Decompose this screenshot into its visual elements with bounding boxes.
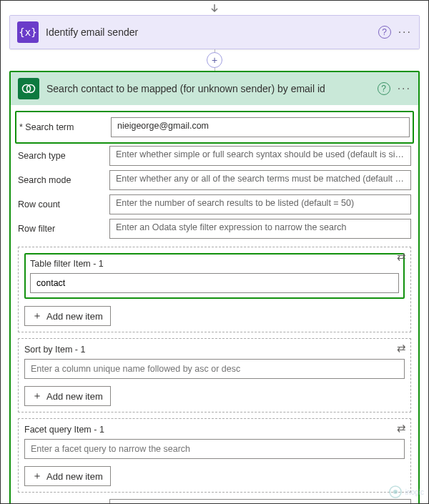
search-mode-input[interactable]: Enter whether any or all of the search t… xyxy=(109,170,411,190)
sort-by-block: ⇄ Sort by Item - 1 ＋ Add new item xyxy=(18,338,411,412)
field-row-count: Row count Enter the number of search res… xyxy=(18,192,411,217)
plus-icon: ＋ xyxy=(32,390,42,402)
add-facet-item[interactable]: ＋ Add new item xyxy=(24,466,111,486)
table-filter-input[interactable] xyxy=(30,273,399,293)
facet-input[interactable] xyxy=(24,439,405,459)
search-type-input[interactable]: Enter whether simple or full search synt… xyxy=(109,146,411,166)
step2-title: Search contact to be mapped (for unknown… xyxy=(46,83,370,94)
switch-to-array-icon[interactable]: ⇄ xyxy=(397,250,406,263)
more-menu[interactable]: ··· xyxy=(398,84,411,93)
flow-arrow-in xyxy=(9,4,420,15)
field-skip-rows: Skip rows Enter the number of search res… xyxy=(18,497,411,504)
sort-by-title: Sort by Item - 1 xyxy=(24,345,405,355)
field-row-filter: Row filter Enter an Odata style filter e… xyxy=(18,217,411,241)
plus-icon: ＋ xyxy=(32,470,42,483)
skip-rows-input[interactable]: Enter the number of search results to be… xyxy=(109,499,411,504)
facet-query-block: ⇄ Facet query Item - 1 ＋ Add new item xyxy=(18,418,411,493)
help-icon[interactable]: ? xyxy=(378,82,390,95)
add-step-button[interactable]: + xyxy=(207,52,222,68)
row-filter-input[interactable]: Enter an Odata style filter expression t… xyxy=(109,219,411,239)
more-menu[interactable]: ··· xyxy=(398,28,412,36)
facet-title: Facet query Item - 1 xyxy=(24,425,405,435)
add-table-filter-item[interactable]: ＋ Add new item xyxy=(24,306,111,326)
field-search-mode: Search mode Enter whether any or all of … xyxy=(18,168,411,192)
sort-by-input[interactable] xyxy=(24,359,405,379)
step1-title: Identify email sender xyxy=(46,26,371,38)
step-identify-email-sender[interactable]: {x} Identify email sender ? ··· xyxy=(9,15,420,49)
table-filter-title: Table filter Item - 1 xyxy=(30,259,399,269)
field-search-term: * Search term nieigeorge@gmail.com xyxy=(19,115,410,139)
switch-to-array-icon[interactable]: ⇄ xyxy=(397,342,406,355)
field-search-type: Search type Enter whether simple or full… xyxy=(18,144,411,168)
search-term-input[interactable]: nieigeorge@gmail.com xyxy=(111,117,410,137)
step-search-contact[interactable]: Search contact to be mapped (for unknown… xyxy=(9,71,420,504)
row-count-input[interactable]: Enter the number of search results to be… xyxy=(109,194,411,214)
variable-icon: {x} xyxy=(17,21,39,43)
help-icon[interactable]: ? xyxy=(378,26,391,39)
plus-icon: ＋ xyxy=(32,310,42,322)
dataverse-icon xyxy=(18,78,39,99)
table-filter-block: ⇄ Table filter Item - 1 ＋ Add new item xyxy=(18,247,411,332)
switch-to-array-icon[interactable]: ⇄ xyxy=(397,422,406,435)
add-sort-item[interactable]: ＋ Add new item xyxy=(24,386,111,406)
